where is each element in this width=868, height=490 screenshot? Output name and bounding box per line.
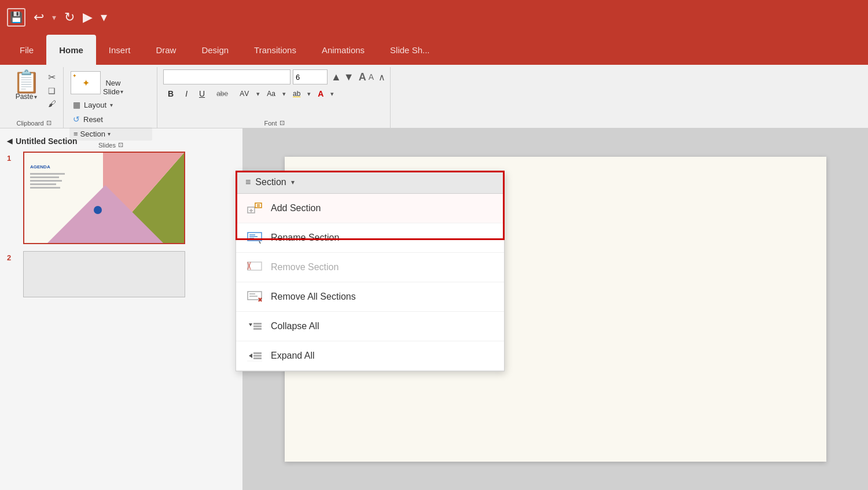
character-spacing-button[interactable]: AV	[235, 89, 254, 99]
slide-item-1[interactable]: 1 AGENDA	[0, 148, 242, 248]
clipboard-label: Clipboard	[16, 119, 43, 127]
remove-all-sections-item[interactable]: Remove All Sections	[236, 282, 504, 312]
section-btn-label: Section	[80, 130, 105, 138]
collapse-all-item[interactable]: Collapse All	[236, 312, 504, 341]
customize-btn[interactable]: ▾	[101, 10, 107, 25]
svg-rect-22	[253, 328, 262, 330]
new-slide-button[interactable]: ✦	[69, 70, 102, 95]
layout-button[interactable]: ▦ Layout ▾	[69, 98, 152, 111]
underline-button[interactable]: U	[194, 88, 209, 100]
tab-slideshow[interactable]: Slide Sh...	[377, 35, 442, 65]
redo-button[interactable]: ↻	[64, 10, 75, 25]
font-expand-icon[interactable]: ⊡	[279, 119, 285, 127]
tab-animations[interactable]: Animations	[309, 35, 377, 65]
copy-button[interactable]: ❑	[46, 85, 58, 97]
font-group: ▲ ▼ A A ∧ B I U abe AV ▾ Aa ▾ ab ▾	[159, 67, 391, 128]
reset-label: Reset	[83, 115, 103, 124]
slide-label: Slide	[103, 87, 120, 96]
clipboard-group: 📋 Paste ▾ ✂ ❑ 🖌 Clipboard ⊡	[5, 67, 64, 128]
new-slide-dropdown[interactable]: New Slide ▾	[103, 69, 123, 96]
slides-group-label: Slides	[98, 141, 116, 149]
font-size-aa-small[interactable]: A	[369, 72, 374, 82]
paste-button[interactable]: 📋 Paste ▾	[9, 69, 43, 102]
increase-font-size-button[interactable]: ▲	[331, 71, 341, 83]
undo-button[interactable]: ↩	[34, 10, 44, 25]
svg-marker-23	[249, 353, 252, 358]
tab-insert[interactable]: Insert	[96, 35, 144, 65]
svg-rect-21	[253, 326, 262, 327]
slide-number-1: 1	[7, 154, 19, 163]
highlight-arrow-icon[interactable]: ▾	[307, 90, 311, 98]
copy-icon: ❑	[48, 86, 56, 95]
change-case-button[interactable]: Aa	[262, 89, 280, 99]
section-icon: ≡	[73, 130, 78, 138]
svg-rect-26	[253, 358, 262, 359]
title-bar: 💾 ↩ ▾ ↻ ▶ ▾	[0, 0, 868, 35]
ribbon-content: 📋 Paste ▾ ✂ ❑ 🖌 Clipboard ⊡	[0, 65, 868, 128]
slide-item-2[interactable]: 2	[0, 248, 242, 301]
thumb-dot	[94, 206, 102, 214]
layout-arrow-icon: ▾	[110, 102, 113, 108]
tab-draw[interactable]: Draw	[143, 35, 189, 65]
cut-button[interactable]: ✂	[46, 71, 58, 84]
reset-icon: ↺	[73, 115, 80, 124]
tab-design[interactable]: Design	[189, 35, 241, 65]
section-button[interactable]: ≡ Section ▾	[69, 127, 152, 141]
section-dropdown: ≡ Section ▾ Add Section	[236, 171, 505, 371]
rename-section-item[interactable]: Rename Section	[236, 223, 504, 253]
case-arrow-icon[interactable]: ▾	[282, 90, 286, 98]
clear-format-button[interactable]: ∧	[378, 72, 385, 83]
italic-button[interactable]: I	[181, 88, 192, 100]
font-size-aa-large[interactable]: A	[359, 71, 366, 83]
rename-section-icon	[247, 231, 263, 244]
save-icon[interactable]: 💾	[7, 8, 25, 27]
cut-icon: ✂	[48, 72, 56, 83]
slide-arrow-icon: ▾	[120, 89, 123, 95]
add-section-item[interactable]: Add Section	[236, 194, 504, 223]
slides-expand-icon[interactable]: ⊡	[118, 141, 123, 149]
section-collapse-arrow: ◀	[7, 137, 12, 145]
format-painter-button[interactable]: 🖌	[46, 98, 58, 109]
slide-panel: ◀ Untitled Section 1 AGENDA	[0, 128, 243, 490]
spacing-arrow-icon[interactable]: ▾	[256, 90, 260, 98]
format-painter-icon: 🖌	[48, 99, 56, 108]
tab-transitions[interactable]: Transitions	[241, 35, 309, 65]
section-title: Untitled Section	[16, 137, 78, 146]
undo-dropdown[interactable]: ▾	[52, 13, 56, 22]
present-button[interactable]: ▶	[83, 10, 93, 25]
thumb-lines	[30, 173, 65, 189]
remove-section-icon	[247, 261, 263, 274]
font-size-input[interactable]	[293, 69, 328, 84]
remove-all-sections-icon	[247, 290, 263, 303]
strikethrough-button[interactable]: abe	[212, 89, 233, 99]
svg-rect-20	[253, 323, 262, 325]
font-color-button[interactable]: A	[313, 88, 328, 100]
svg-rect-24	[253, 352, 262, 354]
color-arrow-icon[interactable]: ▾	[330, 90, 334, 98]
slides-group: ✦ New Slide ▾ ▦ Layout ▾	[65, 67, 157, 128]
svg-line-10	[259, 241, 260, 244]
layout-icon: ▦	[73, 100, 80, 109]
ribbon-tabs: File Home Insert Draw Design Transitions…	[0, 35, 868, 65]
reset-button[interactable]: ↺ Reset	[69, 113, 152, 126]
expand-all-item[interactable]: Expand All	[236, 341, 504, 371]
remove-section-item: Remove Section	[236, 253, 504, 282]
section-dropdown-arrow-icon: ▾	[291, 178, 295, 186]
clipboard-expand-icon[interactable]: ⊡	[46, 119, 52, 127]
slide-number-2: 2	[7, 253, 19, 262]
section-header-icon: ≡	[245, 177, 251, 187]
section-dropdown-header[interactable]: ≡ Section ▾	[236, 171, 504, 194]
svg-marker-19	[249, 323, 252, 326]
rename-section-label: Rename Section	[271, 233, 339, 243]
decrease-font-size-button[interactable]: ▼	[344, 71, 354, 83]
tab-file[interactable]: File	[7, 35, 46, 65]
font-name-input[interactable]	[163, 69, 290, 84]
bold-button[interactable]: B	[163, 88, 178, 100]
paste-arrow-icon: ▾	[34, 94, 37, 100]
section-arrow-icon: ▾	[108, 131, 111, 137]
paste-label: Paste	[16, 93, 34, 101]
highlight-button[interactable]: ab	[288, 89, 305, 99]
slide-thumbnail-1: AGENDA	[23, 152, 185, 244]
tab-home[interactable]: Home	[46, 35, 96, 65]
section-dropdown-label: Section	[255, 177, 286, 187]
